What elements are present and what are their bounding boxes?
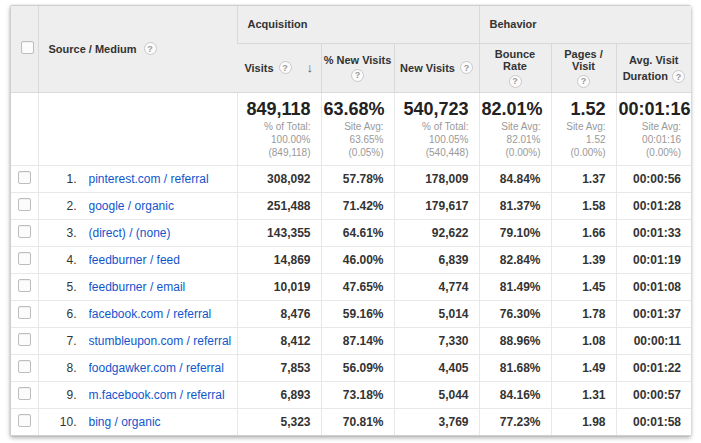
totals-bounce-rate-sub: Site Avg: 82.01% (0.00%) xyxy=(482,120,541,159)
table-row: 4. feedburner / feed 14,869 46.00% 6,839… xyxy=(11,246,691,273)
source-medium-table: Source / Medium ? Acquisition Behavior V… xyxy=(11,6,691,435)
pages-per-visit-cell: 1.78 xyxy=(551,300,616,327)
avg-visit-duration-cell: 00:00:11 xyxy=(616,327,691,354)
bounce-rate-cell: 81.68% xyxy=(479,354,551,381)
avg-visit-duration-cell: 00:01:08 xyxy=(616,273,691,300)
row-checkbox[interactable] xyxy=(18,387,31,400)
source-medium-label: Source / Medium xyxy=(49,43,137,55)
source-cell: 3. (direct) / (none) xyxy=(38,219,237,246)
source-medium-link[interactable]: facebook.com / referral xyxy=(89,307,212,321)
visits-label: Visits xyxy=(244,62,273,74)
new-visits-cell: 3,769 xyxy=(394,408,479,435)
visits-cell: 14,869 xyxy=(237,246,321,273)
avg-visit-duration-cell: 00:01:28 xyxy=(616,192,691,219)
visits-cell: 8,476 xyxy=(237,300,321,327)
select-all-checkbox[interactable] xyxy=(21,41,34,54)
totals-new-visits-sub: % of Total: 100.05% (540,448) xyxy=(397,120,469,159)
totals-pages-per-visit: 1.52 Site Avg: 1.52 (0.00%) xyxy=(551,92,616,165)
column-header-source-medium[interactable]: Source / Medium ? xyxy=(38,6,237,92)
row-checkbox[interactable] xyxy=(18,333,31,346)
pages-per-visit-cell: 1.37 xyxy=(551,165,616,192)
source-medium-table-card: Source / Medium ? Acquisition Behavior V… xyxy=(10,5,691,436)
pages-per-visit-cell: 1.08 xyxy=(551,327,616,354)
table-row: 5. feedburner / email 10,019 47.65% 4,77… xyxy=(11,273,691,300)
row-index: 1. xyxy=(39,172,77,186)
pct-new-visits-cell: 59.16% xyxy=(321,300,394,327)
help-icon[interactable]: ? xyxy=(460,61,473,74)
source-medium-link[interactable]: stumbleupon.com / referral xyxy=(89,334,232,348)
source-cell: 9. m.facebook.com / referral xyxy=(38,381,237,408)
column-header-visits[interactable]: Visits ? ↓ xyxy=(237,43,321,92)
source-medium-link[interactable]: foodgawker.com / referral xyxy=(89,361,224,375)
visits-cell: 251,488 xyxy=(237,192,321,219)
help-icon[interactable]: ? xyxy=(672,70,685,83)
row-checkbox[interactable] xyxy=(18,225,31,238)
group-header-acquisition: Acquisition xyxy=(237,6,479,43)
help-icon[interactable]: ? xyxy=(351,69,364,82)
pct-new-visits-cell: 47.65% xyxy=(321,273,394,300)
new-visits-cell: 5,044 xyxy=(394,381,479,408)
row-checkbox-cell xyxy=(11,219,38,246)
row-checkbox[interactable] xyxy=(18,414,31,427)
analytics-report-page: Source / Medium ? Acquisition Behavior V… xyxy=(0,0,701,443)
new-visits-cell: 179,617 xyxy=(394,192,479,219)
source-medium-link[interactable]: feedburner / email xyxy=(89,280,186,294)
totals-row: 849,118 % of Total: 100.00% (849,118) 63… xyxy=(11,92,691,165)
new-visits-cell: 92,622 xyxy=(394,219,479,246)
row-checkbox[interactable] xyxy=(18,171,31,184)
row-checkbox-cell xyxy=(11,300,38,327)
row-checkbox[interactable] xyxy=(18,252,31,265)
totals-pages-per-visit-sub: Site Avg: 1.52 (0.00%) xyxy=(554,120,606,159)
avg-visit-duration-cell: 00:01:19 xyxy=(616,246,691,273)
avg-visit-duration-cell: 00:01:37 xyxy=(616,300,691,327)
row-checkbox-cell xyxy=(11,327,38,354)
source-medium-link[interactable]: google / organic xyxy=(89,199,174,213)
source-medium-link[interactable]: (direct) / (none) xyxy=(89,226,171,240)
bounce-rate-label: Bounce Rate xyxy=(482,48,549,72)
table-row: 2. google / organic 251,488 71.42% 179,6… xyxy=(11,192,691,219)
totals-visits-value: 849,118 xyxy=(240,99,311,119)
source-medium-link[interactable]: bing / organic xyxy=(89,415,161,429)
table-row: 10. bing / organic 5,323 70.81% 3,769 77… xyxy=(11,408,691,435)
row-checkbox-cell xyxy=(11,192,38,219)
column-header-bounce-rate[interactable]: Bounce Rate ? xyxy=(479,43,551,92)
help-icon[interactable]: ? xyxy=(577,75,590,88)
column-header-new-visits[interactable]: New Visits ? xyxy=(394,43,479,92)
column-header-avg-visit-duration[interactable]: Avg. Visit Duration? xyxy=(616,43,691,92)
new-visits-cell: 5,014 xyxy=(394,300,479,327)
visits-cell: 7,853 xyxy=(237,354,321,381)
source-medium-link[interactable]: m.facebook.com / referral xyxy=(89,388,225,402)
row-index: 4. xyxy=(39,253,77,267)
pct-new-visits-cell: 46.00% xyxy=(321,246,394,273)
row-checkbox[interactable] xyxy=(18,360,31,373)
source-medium-link[interactable]: feedburner / feed xyxy=(89,253,180,267)
pct-new-visits-cell: 73.18% xyxy=(321,381,394,408)
sort-descending-icon[interactable]: ↓ xyxy=(307,60,314,75)
row-index: 3. xyxy=(39,226,77,240)
row-checkbox[interactable] xyxy=(18,279,31,292)
bounce-rate-cell: 81.37% xyxy=(479,192,551,219)
source-cell: 4. feedburner / feed xyxy=(38,246,237,273)
column-header-pages-per-visit[interactable]: Pages / Visit ? xyxy=(551,43,616,92)
visits-cell: 10,019 xyxy=(237,273,321,300)
help-icon[interactable]: ? xyxy=(509,75,522,88)
row-checkbox[interactable] xyxy=(18,306,31,319)
table-row: 6. facebook.com / referral 8,476 59.16% … xyxy=(11,300,691,327)
pct-new-visits-cell: 71.42% xyxy=(321,192,394,219)
help-icon[interactable]: ? xyxy=(144,42,157,55)
help-icon[interactable]: ? xyxy=(279,61,292,74)
totals-pages-per-visit-value: 1.52 xyxy=(554,99,606,119)
bounce-rate-cell: 88.96% xyxy=(479,327,551,354)
column-header-pct-new-visits[interactable]: % New Visits ? xyxy=(321,43,394,92)
row-checkbox[interactable] xyxy=(18,198,31,211)
totals-visits-sub: % of Total: 100.00% (849,118) xyxy=(240,120,311,159)
new-visits-cell: 6,839 xyxy=(394,246,479,273)
new-visits-cell: 178,009 xyxy=(394,165,479,192)
source-medium-link[interactable]: pinterest.com / referral xyxy=(89,172,209,186)
row-checkbox-cell xyxy=(11,165,38,192)
totals-pct-new-visits-sub: Site Avg: 63.65% (0.05%) xyxy=(324,120,384,159)
row-index: 7. xyxy=(39,334,77,348)
visits-cell: 143,355 xyxy=(237,219,321,246)
totals-bounce-rate-value: 82.01% xyxy=(482,99,541,119)
pct-new-visits-cell: 57.78% xyxy=(321,165,394,192)
